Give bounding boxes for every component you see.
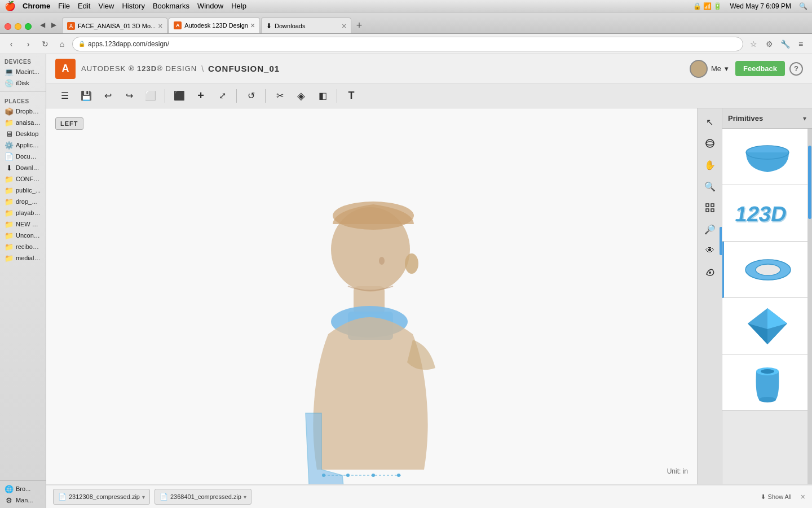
orbit-tool-right[interactable] bbox=[701, 134, 719, 152]
tab-downloads[interactable]: ⬇ Downloads × bbox=[261, 17, 351, 33]
box-select-tool-button[interactable]: ⬛ bbox=[170, 86, 189, 106]
sidebar-item-mediala[interactable]: 📁 mediala... bbox=[0, 252, 46, 264]
sidebar-item-playable[interactable]: 📁 playable... bbox=[0, 207, 46, 218]
redo-tool-button[interactable]: ↪ bbox=[120, 86, 139, 106]
primitives-scrollbar[interactable] bbox=[807, 129, 812, 484]
sidebar-item-recibos[interactable]: 📁 recibos_... bbox=[0, 241, 46, 252]
sidebar-item-documents[interactable]: 📄 Docume... bbox=[0, 151, 46, 162]
chrome-window: ◀ ▶ A FACE_ANAISA_01 3D Mo... × A Autode… bbox=[0, 12, 812, 508]
menubar-bookmarks[interactable]: Bookmarks bbox=[153, 2, 189, 10]
show-all-downloads-button[interactable]: ⬇ Show All bbox=[761, 493, 792, 501]
maximize-button[interactable] bbox=[25, 23, 32, 30]
tab-autodesk-123d[interactable]: A Autodesk 123D Design × bbox=[169, 17, 260, 33]
primitives-scrollbar-thumb[interactable] bbox=[808, 146, 811, 219]
sidebar-public-label: public_... bbox=[16, 187, 41, 194]
menu-tool-button[interactable]: ☰ bbox=[55, 86, 74, 106]
prim-item-diamond[interactable] bbox=[722, 298, 812, 354]
bookmark-star-button[interactable]: ☆ bbox=[747, 37, 760, 51]
prim-item-3dtext[interactable]: 123D 123D bbox=[722, 185, 812, 242]
download-item-2[interactable]: 📄 2368401_compressed.zip ▾ bbox=[155, 489, 251, 505]
sync-tool-button[interactable]: ↺ bbox=[241, 86, 261, 106]
text-tool-button[interactable]: T bbox=[342, 86, 361, 106]
tab2-label: Autodesk 123D Design bbox=[184, 22, 248, 29]
zoom-region-right[interactable]: 🔎 bbox=[701, 220, 719, 238]
chrome-menu-button[interactable]: ≡ bbox=[794, 37, 807, 51]
add-shape-tool-button[interactable]: + bbox=[191, 86, 210, 106]
prim-item-bowl[interactable] bbox=[722, 129, 812, 185]
settings-button[interactable]: ⚙ bbox=[762, 37, 776, 51]
prim-item-tube[interactable] bbox=[722, 242, 812, 298]
sidebar-item-applications[interactable]: ⚙️ Applica... bbox=[0, 139, 46, 151]
pan-tool-right[interactable]: ✋ bbox=[701, 156, 719, 174]
scale-tool-button[interactable]: ⤢ bbox=[213, 86, 232, 106]
tab2-close[interactable]: × bbox=[250, 21, 255, 30]
tab2-favicon: A bbox=[174, 21, 182, 29]
apple-menu[interactable]: 🍎 bbox=[5, 1, 16, 11]
primitives-title: Primitives bbox=[728, 114, 763, 122]
menubar-help[interactable]: Help bbox=[231, 2, 246, 10]
reload-button[interactable]: ↻ bbox=[38, 37, 52, 51]
prim-item-cup[interactable] bbox=[722, 354, 812, 411]
tab-face-anaisa[interactable]: A FACE_ANAISA_01 3D Mo... × bbox=[62, 17, 167, 33]
canvas-area[interactable]: LEFT bbox=[46, 108, 697, 484]
user-menu[interactable]: Me ▾ bbox=[690, 60, 729, 78]
menubar-chrome[interactable]: Chrome bbox=[23, 2, 50, 10]
forward-arrow[interactable]: ▶ bbox=[48, 20, 59, 30]
sidebar-item-desktop[interactable]: 🖥 Desktop bbox=[0, 128, 46, 139]
menubar-window[interactable]: Window bbox=[197, 2, 223, 10]
menubar-edit[interactable]: Edit bbox=[78, 2, 90, 10]
sidebar-item-newm[interactable]: 📁 NEW M... bbox=[0, 218, 46, 230]
undo-tool-button[interactable]: ↩ bbox=[98, 86, 117, 106]
clipboard-tool-button[interactable]: ⬜ bbox=[141, 86, 160, 106]
menubar-history[interactable]: History bbox=[122, 2, 144, 10]
sidebar-item-dropbox[interactable]: 📦 Dropbo... bbox=[0, 106, 46, 117]
look-at-right[interactable]: 👁 bbox=[701, 242, 719, 260]
menubar-datetime: Wed May 7 6:09 PM bbox=[730, 2, 792, 10]
idisk-icon: 💿 bbox=[5, 78, 14, 87]
svg-rect-17 bbox=[711, 209, 714, 212]
material-right[interactable] bbox=[701, 263, 719, 281]
primitives-chevron-icon[interactable]: ▾ bbox=[803, 115, 806, 122]
user-avatar bbox=[690, 60, 708, 78]
feedback-button[interactable]: Feedback bbox=[735, 61, 785, 76]
dl1-arrow-icon[interactable]: ▾ bbox=[142, 494, 145, 500]
sidebar-item-macintosh[interactable]: 💻 Macint... bbox=[0, 66, 46, 77]
close-button[interactable] bbox=[5, 23, 11, 30]
save-tool-button[interactable]: 💾 bbox=[77, 86, 96, 106]
sidebar-item-downloads[interactable]: ⬇ Downlo... bbox=[0, 162, 46, 173]
dropbox-icon: 📦 bbox=[5, 107, 14, 116]
sidebar-item-public[interactable]: 📁 public_... bbox=[0, 185, 46, 196]
sidebar-item-manage[interactable]: ⚙ Man... bbox=[0, 494, 46, 506]
download-item-1[interactable]: 📄 2312308_compressed.zip ▾ bbox=[53, 489, 150, 505]
tab3-close[interactable]: × bbox=[342, 21, 346, 30]
dl1-icon: 📄 bbox=[58, 493, 67, 501]
menubar-file[interactable]: File bbox=[58, 2, 70, 10]
extensions-button[interactable]: 🔧 bbox=[778, 37, 792, 51]
select-tool-right[interactable]: ↖ bbox=[701, 113, 719, 131]
minimize-button[interactable] bbox=[15, 23, 21, 30]
sidebar-item-idisk[interactable]: 💿 iDisk bbox=[0, 77, 46, 89]
sidebar-item-unconve[interactable]: 📁 Unconve... bbox=[0, 230, 46, 241]
cut-tool-button[interactable]: ✂ bbox=[270, 86, 289, 106]
help-button[interactable]: ? bbox=[789, 62, 803, 76]
download-bar-close-button[interactable]: × bbox=[801, 492, 805, 501]
sidebar-item-confus[interactable]: 📁 CONFUS... bbox=[0, 173, 46, 185]
sidebar-item-drop[interactable]: 📁 drop_of... bbox=[0, 196, 46, 207]
sidebar-item-browse[interactable]: 🌐 Bro... bbox=[0, 483, 46, 494]
tab1-close[interactable]: × bbox=[158, 21, 162, 30]
new-tab-button[interactable]: + bbox=[351, 17, 367, 33]
sidebar-item-anaisafr[interactable]: 📁 anaisafr... bbox=[0, 117, 46, 128]
transform-tool-button[interactable]: ◈ bbox=[292, 86, 311, 106]
forward-button[interactable]: › bbox=[21, 37, 35, 51]
menubar-search[interactable]: 🔍 bbox=[799, 2, 807, 10]
url-bar[interactable]: 🔒 apps.123dapp.com/design/ bbox=[72, 37, 743, 51]
view-mode-tool-button[interactable]: ◧ bbox=[313, 86, 332, 106]
home-button[interactable]: ⌂ bbox=[55, 37, 69, 51]
back-button[interactable]: ‹ bbox=[5, 37, 18, 51]
back-arrow[interactable]: ◀ bbox=[37, 20, 47, 30]
dl2-name: 2368401_compressed.zip bbox=[170, 493, 241, 500]
fit-tool-right[interactable] bbox=[701, 199, 719, 217]
dl2-arrow-icon[interactable]: ▾ bbox=[244, 494, 246, 500]
menubar-view[interactable]: View bbox=[98, 2, 114, 10]
zoom-tool-right[interactable]: 🔍 bbox=[701, 177, 719, 195]
